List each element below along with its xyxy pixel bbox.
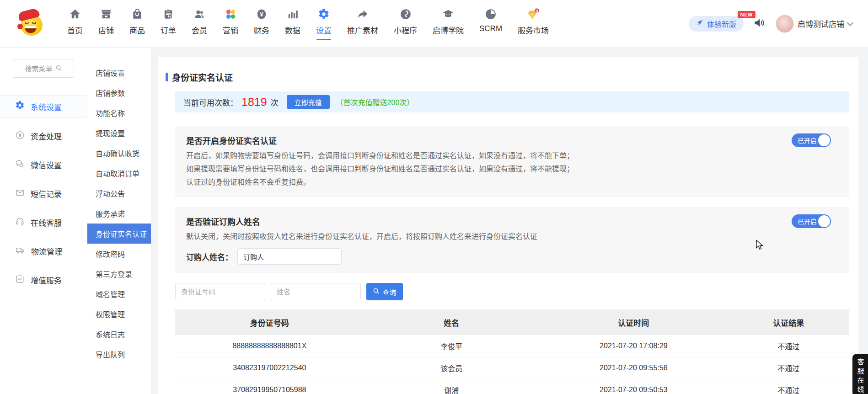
primary-sidebar: 搜索菜单 系统设置 资金处理 微信设置 短信记录 在线客服 物流管理: [0, 48, 87, 394]
col-header-time: 认证时间: [539, 309, 728, 335]
envelope-icon: [15, 188, 25, 200]
cell-id: 340823197002212540: [175, 357, 364, 379]
rocket-icon: [696, 19, 704, 28]
name-input[interactable]: [271, 283, 361, 300]
purchaser-name-label: 订购人姓名：: [186, 251, 233, 262]
menu-search-input[interactable]: 搜索菜单: [13, 59, 74, 78]
sidebar-item-funds[interactable]: 资金处理: [0, 122, 87, 150]
table-header-row: 身份证号码 姓名 认证时间 认证结果: [175, 309, 849, 335]
nav-item-orders[interactable]: 订单: [153, 7, 184, 36]
nav-item-shop[interactable]: 店铺: [91, 7, 122, 36]
cell-result: 不通过: [728, 379, 849, 394]
col-header-name: 姓名: [364, 309, 539, 335]
sidebar-item-online-service[interactable]: 在线客服: [0, 208, 87, 237]
yen-finance-icon: ¥: [256, 7, 268, 20]
main-nav: 首页 店铺 商品 订单 会员 营销: [59, 7, 557, 40]
sidebar-item-system-settings[interactable]: 系统设置: [0, 95, 87, 118]
secondary-sidebar: 店铺设置 店铺参数 功能名称 提现设置 自动确认收货 自动取消订单 浮动公告 服…: [87, 48, 151, 394]
submenu-item-system-logs[interactable]: 系统日志: [87, 324, 151, 344]
nav-item-scrm[interactable]: SCRM: [472, 7, 510, 33]
nav-item-members[interactable]: 会员: [184, 7, 215, 36]
sidebar-item-value-added[interactable]: 增值服务: [0, 266, 87, 294]
submenu-item-id-verification[interactable]: 身份证实名认证: [87, 224, 151, 244]
toggle-knob: [818, 134, 830, 146]
sidebar-item-logistics[interactable]: 物流管理: [0, 237, 87, 266]
submenu-item-shop-params[interactable]: 店铺参数: [87, 83, 151, 103]
cell-name: 该会员: [364, 357, 539, 379]
submenu-item-floating-notice[interactable]: 浮动公告: [87, 183, 151, 203]
submenu-item-service-promise[interactable]: 服务承诺: [87, 203, 151, 224]
cell-result: 不通过: [728, 357, 849, 379]
query-button[interactable]: 查询: [366, 283, 403, 300]
nav-item-home[interactable]: 首页: [59, 7, 91, 36]
nav-item-miniprogram[interactable]: 小程序: [386, 7, 425, 36]
chevron-down-icon: [847, 19, 853, 26]
purchaser-name-toggle[interactable]: 已开启: [792, 214, 831, 228]
cell-result: 不通过: [728, 335, 849, 357]
recharge-button[interactable]: 立即充值: [287, 95, 330, 109]
truck-icon: [15, 245, 25, 257]
table-row: 370829199507105988 谢浦 2021-07-20 09:50:5…: [175, 379, 849, 394]
pie-clock-icon: [485, 7, 497, 20]
account-menu[interactable]: 启博测试店铺: [776, 15, 852, 33]
submenu-item-feature-names[interactable]: 功能名称: [87, 103, 151, 123]
cell-time: 2021-07-20 09:55:56: [539, 357, 728, 379]
submenu-item-auto-cancel[interactable]: 自动取消订单: [87, 163, 151, 183]
quota-banner: 当前可用次数： 1819 次 立即充值 （首次充值赠送200次）: [175, 91, 849, 112]
miniprogram-icon: [400, 7, 412, 20]
nav-item-promo-materials[interactable]: 推广素材: [339, 7, 386, 36]
cell-time: 2021-07-20 17:08:29: [539, 335, 728, 357]
headset-icon: [15, 217, 25, 229]
page-title: 身份证实名认证: [172, 71, 233, 83]
wechat-icon: [15, 159, 25, 171]
graduation-cap-icon: [442, 7, 454, 20]
nav-item-marketing[interactable]: 营销: [215, 7, 246, 36]
verification-table: 身份证号码 姓名 认证时间 认证结果 88888888888888801X 李俊…: [175, 309, 849, 394]
cell-name: 李俊平: [364, 335, 539, 357]
id-number-input[interactable]: [175, 283, 265, 300]
section-description: 开启后，如果购物需要填写身份证号码，会调用接口判断身份证和姓名是否通过实名认证，…: [186, 149, 838, 162]
sidebar-item-wechat[interactable]: 微信设置: [0, 150, 87, 179]
submenu-item-auto-confirm[interactable]: 自动确认收货: [87, 143, 151, 163]
submenu-item-change-password[interactable]: 修改密码: [87, 244, 151, 264]
chart-box-icon: [15, 274, 25, 286]
purchaser-name-input[interactable]: [237, 248, 342, 265]
table-row: 340823197002212540 该会员 2021-07-20 09:55:…: [175, 357, 849, 379]
nav-item-finance[interactable]: ¥ 财务: [246, 7, 277, 36]
nav-item-service-market[interactable]: H 服务市场: [510, 7, 557, 36]
svg-text:¥: ¥: [260, 11, 263, 17]
col-header-result: 认证结果: [728, 309, 849, 335]
submenu-item-domain-management[interactable]: 域名管理: [87, 284, 151, 304]
auth-enabled-toggle[interactable]: 已开启: [792, 133, 831, 147]
section-description: 认证过的身份证和姓名不会重复扣费。: [186, 176, 838, 189]
nav-item-academy[interactable]: 启博学院: [425, 7, 472, 36]
nav-item-data[interactable]: 数据: [277, 7, 308, 36]
purchaser-name-section: 是否验证订购人姓名 默认关闭，关闭时按照收货人姓名来进行身份证实名认证，开启后，…: [175, 207, 849, 273]
purchaser-field-row: 订购人姓名：: [186, 248, 838, 265]
cell-id: 88888888888888801X: [175, 335, 364, 357]
nav-item-settings[interactable]: 设置: [308, 7, 339, 40]
cell-name: 谢浦: [364, 379, 539, 394]
auth-toggle-section: 是否开启身份证实名认证 开启后，如果购物需要填写身份证号码，会调用接口判断身份证…: [175, 126, 849, 197]
submenu-item-withdraw-settings[interactable]: 提现设置: [87, 123, 151, 143]
customer-service-badge[interactable]: 客服在线: [852, 354, 868, 394]
search-row: 查询: [175, 283, 849, 300]
submenu-item-permission-management[interactable]: 权限管理: [87, 304, 151, 324]
brand-logo[interactable]: [19, 11, 45, 37]
announcement-speaker-icon[interactable]: [753, 16, 766, 32]
order-clipboard-icon: [162, 7, 174, 20]
bonus-note: （首次充值赠送200次）: [336, 96, 414, 107]
table-row: 88888888888888801X 李俊平 2021-07-20 17:08:…: [175, 335, 849, 357]
submenu-item-export-queue[interactable]: 导出队列: [87, 344, 151, 364]
submenu-item-third-party-login[interactable]: 第三方登录: [87, 264, 151, 284]
submenu-item-shop-settings[interactable]: 店铺设置: [87, 63, 151, 83]
storefront-icon: [100, 7, 112, 20]
sidebar-item-sms[interactable]: 短信记录: [0, 179, 87, 208]
col-header-id: 身份证号码: [175, 309, 364, 335]
gear-icon: [15, 101, 25, 112]
quota-unit: 次: [271, 96, 279, 108]
try-new-version-button[interactable]: 体验新版 NEW: [689, 16, 744, 32]
quota-count: 1819: [241, 96, 267, 109]
cell-time: 2021-07-20 09:50:53: [539, 379, 728, 394]
nav-item-products[interactable]: 商品: [122, 7, 153, 36]
